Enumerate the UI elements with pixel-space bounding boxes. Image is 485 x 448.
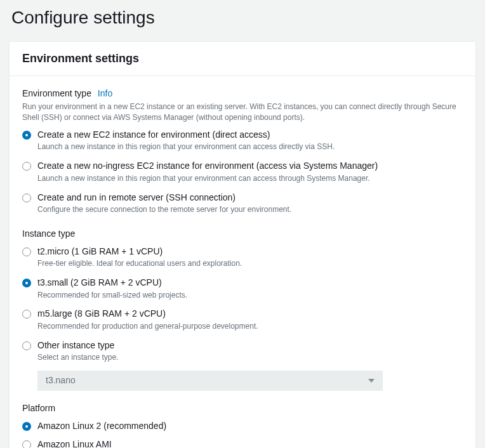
- radio-icon: [22, 194, 31, 202]
- instance-type-radio-group: t2.micro (1 GiB RAM + 1 vCPU) Free-tier …: [22, 246, 463, 364]
- instance-type-label: Instance type: [22, 228, 463, 240]
- platform-option-al-ami[interactable]: Amazon Linux AMI: [22, 438, 463, 448]
- radio-desc: Recommended for production and general-p…: [37, 321, 463, 332]
- env-type-hint: Run your environment in a new EC2 instan…: [22, 102, 463, 124]
- radio-label: Create a new no-ingress EC2 instance for…: [37, 160, 463, 173]
- radio-icon: [22, 162, 31, 171]
- panel-body: Environment type Info Run your environme…: [10, 76, 475, 448]
- radio-desc: Free-tier eligible. Ideal for educationa…: [37, 258, 463, 269]
- page-title: Configure settings: [9, 0, 476, 41]
- radio-desc: Launch a new instance in this region tha…: [37, 173, 463, 184]
- radio-icon: [22, 279, 31, 287]
- platform-option-al2[interactable]: Amazon Linux 2 (recommended): [22, 420, 463, 433]
- radio-icon: [22, 341, 31, 350]
- radio-label: t3.small (2 GiB RAM + 2 vCPU): [37, 277, 463, 289]
- other-instance-select: t3.nano: [37, 371, 383, 391]
- radio-icon: [22, 422, 31, 431]
- platform-label: Platform: [22, 402, 463, 415]
- env-type-label-row: Environment type Info: [22, 88, 463, 100]
- radio-icon: [22, 247, 31, 256]
- other-instance-select-wrap: t3.nano: [37, 371, 463, 391]
- instance-option-m5large[interactable]: m5.large (8 GiB RAM + 2 vCPU) Recommende…: [22, 308, 463, 331]
- platform-radio-group: Amazon Linux 2 (recommended) Amazon Linu…: [22, 420, 463, 448]
- radio-icon: [22, 131, 31, 140]
- radio-label: Create a new EC2 instance for environmen…: [37, 129, 463, 142]
- env-type-label: Environment type: [22, 88, 91, 98]
- instance-option-t3small[interactable]: t3.small (2 GiB RAM + 2 vCPU) Recommende…: [22, 277, 463, 300]
- env-type-radio-group: Create a new EC2 instance for environmen…: [22, 129, 463, 215]
- panel-header: Environment settings: [10, 42, 475, 76]
- env-type-info-link[interactable]: Info: [98, 88, 112, 98]
- radio-label: Other instance type: [37, 339, 463, 352]
- instance-option-t2micro[interactable]: t2.micro (1 GiB RAM + 1 vCPU) Free-tier …: [22, 246, 463, 269]
- radio-label: Amazon Linux 2 (recommended): [37, 420, 463, 433]
- chevron-down-icon: [368, 379, 375, 383]
- radio-label: Create and run in remote server (SSH con…: [37, 192, 463, 204]
- environment-settings-panel: Environment settings Environment type In…: [9, 41, 476, 448]
- radio-desc: Recommended for small-sized web projects…: [37, 290, 463, 301]
- panel-title: Environment settings: [22, 51, 463, 67]
- other-instance-value: t3.nano: [46, 374, 76, 387]
- radio-label: m5.large (8 GiB RAM + 2 vCPU): [37, 308, 463, 320]
- radio-icon: [22, 310, 31, 319]
- env-type-option-remote[interactable]: Create and run in remote server (SSH con…: [22, 192, 463, 215]
- env-type-option-ssm[interactable]: Create a new no-ingress EC2 instance for…: [22, 160, 463, 183]
- env-type-option-direct[interactable]: Create a new EC2 instance for environmen…: [22, 129, 463, 152]
- radio-label: Amazon Linux AMI: [37, 438, 463, 448]
- radio-icon: [22, 440, 31, 448]
- radio-desc: Launch a new instance in this region tha…: [37, 142, 463, 152]
- radio-desc: Select an instance type.: [37, 352, 463, 363]
- radio-label: t2.micro (1 GiB RAM + 1 vCPU): [37, 246, 463, 258]
- instance-option-other[interactable]: Other instance type Select an instance t…: [22, 339, 463, 363]
- radio-desc: Configure the secure connection to the r…: [37, 204, 463, 215]
